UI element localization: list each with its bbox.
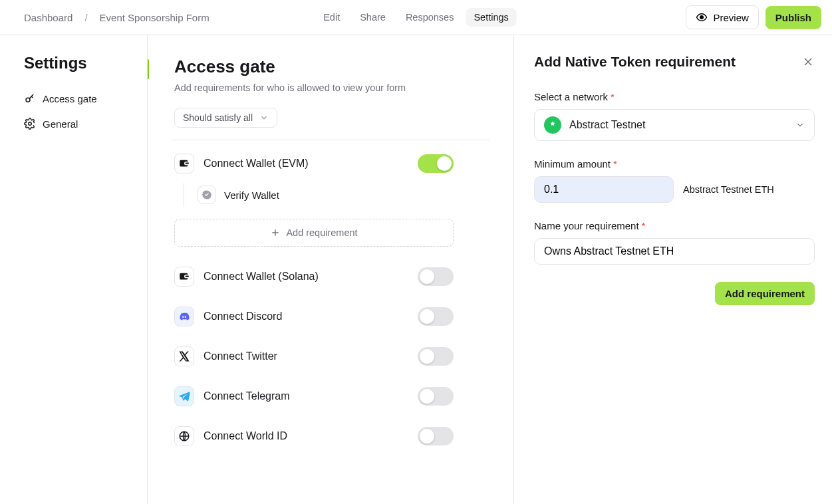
verify-badge-icon: [198, 186, 216, 204]
amount-unit-label: Abstract Testnet ETH: [683, 184, 774, 195]
breadcrumb-current[interactable]: Event Sponsorship Form: [100, 12, 209, 23]
gate-toggle[interactable]: [418, 307, 454, 326]
panel-title: Add Native Token requirement: [534, 54, 736, 70]
gate-connect-wallet-solana: Connect Wallet (Solana): [174, 267, 454, 287]
publish-label: Publish: [775, 12, 811, 23]
wallet-icon: [174, 154, 194, 174]
field-label-text: Select a network: [534, 91, 608, 102]
child-verify-wallet[interactable]: Verify Wallet: [198, 183, 454, 207]
breadcrumb: Dashboard / Event Sponsorship Form: [24, 12, 209, 23]
wallet-icon: [174, 267, 194, 287]
gate-label: Connect Discord: [204, 311, 282, 322]
tab-settings[interactable]: Settings: [466, 8, 516, 27]
breadcrumb-root[interactable]: Dashboard: [24, 12, 72, 23]
world-id-icon: [174, 426, 194, 446]
network-select[interactable]: Abstract Testnet: [534, 109, 815, 141]
network-badge-icon: [544, 116, 561, 134]
key-icon: [24, 92, 36, 104]
preview-label: Preview: [713, 12, 748, 23]
required-star: *: [642, 220, 646, 231]
telegram-icon: [174, 386, 194, 406]
panel-actions: Add requirement: [534, 282, 815, 305]
gate-toggle[interactable]: [418, 347, 454, 366]
publish-button[interactable]: Publish: [765, 6, 821, 29]
topbar: Dashboard / Event Sponsorship Form Edit …: [0, 0, 832, 35]
submit-label: Add requirement: [725, 288, 805, 299]
discord-icon: [174, 307, 194, 326]
gate-list: Connect Wallet (EVM) Verify Wallet: [174, 154, 454, 446]
svg-point-2: [29, 122, 32, 126]
satisfy-filter-select[interactable]: Should satisfy all: [174, 108, 277, 128]
plus-icon: [270, 227, 281, 238]
required-star: *: [613, 158, 617, 170]
sidebar-item-access-gate[interactable]: Access gate: [24, 86, 142, 111]
sidebar-item-label: Access gate: [43, 93, 97, 104]
submit-add-requirement-button[interactable]: Add requirement: [715, 282, 815, 305]
top-actions: Preview Publish: [686, 5, 821, 29]
minimum-amount-input[interactable]: [534, 176, 674, 203]
gate-toggle[interactable]: [418, 154, 454, 173]
gate-head: Connect Wallet (EVM): [174, 154, 454, 174]
panel-header: Add Native Token requirement: [534, 54, 815, 70]
twitter-x-icon: [174, 346, 194, 366]
field-network: Select a network * Abstract Testnet: [534, 91, 815, 141]
tab-responses[interactable]: Responses: [398, 8, 462, 27]
gate-connect-wallet-evm: Connect Wallet (EVM) Verify Wallet: [174, 154, 454, 247]
field-label-text: Name your requirement: [534, 220, 639, 231]
add-requirement-button[interactable]: Add requirement: [174, 219, 454, 247]
field-minimum-amount: Minimum amount * Abstract Testnet ETH: [534, 158, 815, 203]
tab-share[interactable]: Share: [352, 8, 394, 27]
satisfy-filter-value: Should satisfy all: [183, 112, 253, 123]
field-label-text: Minimum amount: [534, 158, 611, 170]
add-requirement-label: Add requirement: [286, 227, 357, 238]
close-icon[interactable]: [801, 55, 815, 68]
child-label: Verify Wallet: [224, 189, 279, 201]
active-accent-bar: [148, 59, 149, 79]
svg-point-0: [700, 16, 704, 19]
preview-button[interactable]: Preview: [686, 5, 758, 29]
gate-label: Connect Wallet (EVM): [204, 158, 309, 170]
gate-label: Connect World ID: [204, 430, 287, 442]
gate-toggle[interactable]: [418, 427, 454, 445]
main-tabs: Edit Share Responses Settings: [315, 8, 517, 27]
gear-icon: [24, 118, 36, 130]
gate-connect-telegram: Connect Telegram: [174, 386, 454, 406]
gate-connect-twitter: Connect Twitter: [174, 346, 454, 366]
chevron-down-icon: [259, 113, 269, 122]
sidebar-item-label: General: [43, 118, 78, 130]
main-area: Access gate Add requirements for who is …: [148, 35, 832, 504]
required-star: *: [611, 91, 615, 102]
gate-connect-world-id: Connect World ID: [174, 426, 454, 446]
content-column: Access gate Add requirements for who is …: [148, 35, 514, 504]
sidebar-title: Settings: [24, 54, 142, 72]
field-name-requirement: Name your requirement *: [534, 220, 815, 265]
breadcrumb-separator: /: [84, 12, 87, 23]
network-value: Abstract Testnet: [569, 119, 645, 131]
gate-connect-discord: Connect Discord: [174, 307, 454, 326]
sidebar-item-general[interactable]: General: [24, 111, 142, 136]
tab-edit[interactable]: Edit: [315, 8, 348, 27]
chevron-down-icon: [795, 120, 805, 130]
settings-sidebar: Settings Access gate General: [0, 35, 148, 504]
add-requirement-panel: Add Native Token requirement Select a ne…: [514, 35, 832, 504]
gate-toggle[interactable]: [418, 387, 454, 406]
page-body: Settings Access gate General Access gate…: [0, 35, 832, 504]
gate-toggle[interactable]: [418, 267, 454, 286]
gate-label: Connect Wallet (Solana): [204, 271, 319, 283]
page-subtitle: Add requirements for who is allowed to v…: [174, 82, 487, 93]
gate-children: Verify Wallet: [184, 183, 454, 207]
eye-icon: [696, 11, 708, 23]
requirement-name-input[interactable]: [534, 238, 815, 265]
page-title: Access gate: [174, 57, 487, 77]
gate-label: Connect Telegram: [204, 390, 290, 402]
divider: [172, 140, 489, 140]
gate-label: Connect Twitter: [204, 350, 277, 362]
